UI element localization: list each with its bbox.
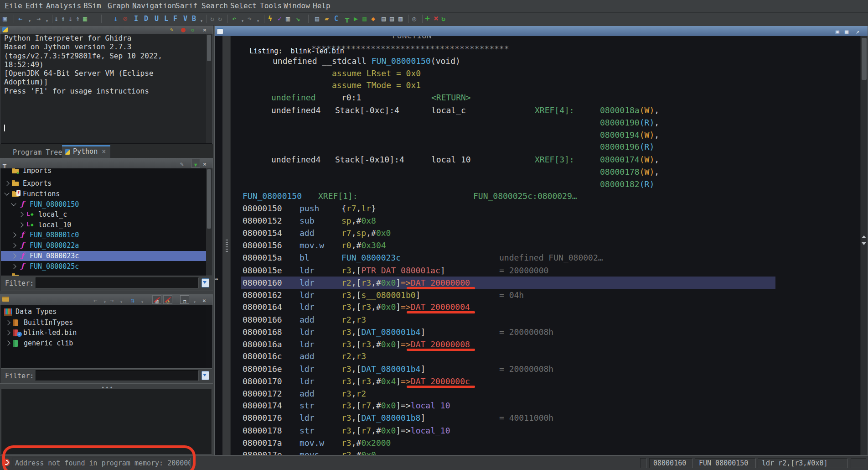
listing-line[interactable]: 08000154addr7,sp,#0x0 bbox=[215, 227, 868, 239]
clone-window-icon[interactable]: ▣ bbox=[836, 27, 839, 37]
scroll-down-marker-icon[interactable] bbox=[862, 242, 866, 245]
menu-graph[interactable]: Graph bbox=[108, 1, 129, 10]
listing-line[interactable]: 0800017amov.wr3,#0x2000 bbox=[215, 437, 868, 449]
menu-help[interactable]: Help bbox=[313, 1, 331, 10]
listing-line[interactable]: 08000194(W), bbox=[215, 129, 868, 141]
tree-item-data types[interactable]: Data Types bbox=[1, 307, 206, 317]
listing-line[interactable]: 08000176ldrr3,[DAT_080001b8]= 40011000h bbox=[215, 412, 868, 424]
patch-diamond-icon[interactable]: ◆ bbox=[371, 14, 375, 24]
listing-line[interactable]: 08000152subsp,#0x8 bbox=[215, 214, 868, 227]
listing-line[interactable]: 08000190(R), bbox=[215, 116, 868, 129]
tree-item-fun_0800023c[interactable]: ƒFUN_0800023c bbox=[1, 251, 206, 261]
structure-icon[interactable]: ▥ bbox=[398, 14, 403, 24]
reload2-icon[interactable]: ↻ bbox=[218, 14, 222, 24]
menu-sarif[interactable]: Sarif bbox=[176, 1, 197, 10]
preview-window-icon[interactable]: ❐ bbox=[180, 295, 189, 304]
back-dropdown-icon[interactable]: ▾ bbox=[28, 16, 31, 26]
tree-item-fun_0800025c[interactable]: ƒFUN_0800025c bbox=[1, 261, 206, 272]
listing-line[interactable]: 0800016aldrr3,[r3,#0x0]=>DAT_20000008 bbox=[215, 338, 868, 350]
filter-options-icon[interactable] bbox=[202, 371, 209, 380]
delete-icon[interactable]: × bbox=[434, 14, 439, 23]
tree-item-imports[interactable]: ↘Imports bbox=[1, 168, 206, 176]
menu-window[interactable]: Window bbox=[284, 1, 310, 10]
tab-python[interactable]: Python × bbox=[62, 145, 110, 158]
conflict-mode-icon[interactable]: ▥ bbox=[152, 295, 161, 304]
listing-line[interactable]: 08000196(R) bbox=[215, 141, 868, 153]
undo-dropdown-icon[interactable]: ▾ bbox=[241, 16, 244, 26]
calltree-icon[interactable]: ╥ bbox=[345, 14, 349, 24]
dtm-filter-input[interactable] bbox=[36, 370, 199, 381]
memory-up2-icon[interactable]: ⇑ bbox=[76, 14, 80, 24]
listing-line[interactable]: 08000164ldrr3,[r3,#0x0]=>DAT_20000004 bbox=[215, 301, 868, 313]
menu-tools[interactable]: Tools bbox=[260, 1, 282, 10]
interpreter-scrollbar[interactable] bbox=[206, 34, 212, 143]
chevron-collapsed-icon[interactable] bbox=[5, 340, 10, 345]
letter-i-icon[interactable]: I bbox=[134, 14, 138, 24]
listing-line[interactable]: 08000174strr3,[r7,#0x0]=>local_10 bbox=[215, 399, 868, 412]
close-icon[interactable]: × bbox=[203, 159, 207, 169]
back-icon[interactable]: ← bbox=[93, 295, 97, 305]
listing-line[interactable]: 08000178strr3,[r7,#0x0]=>local_10 bbox=[215, 424, 868, 437]
table-icon[interactable]: ▤ bbox=[382, 14, 386, 24]
listing-line[interactable]: assume LRset = 0x0 bbox=[215, 67, 868, 79]
memory-snapshot-icon[interactable]: ▦ bbox=[83, 14, 87, 24]
listing-line[interactable]: 08000150push{r7,lr} bbox=[215, 202, 868, 214]
search-memory-icon[interactable]: ◎ bbox=[412, 14, 416, 24]
chevron-collapsed-icon[interactable] bbox=[11, 232, 16, 237]
menu-select[interactable]: Select bbox=[230, 1, 257, 10]
listing-line[interactable]: 0800015ablFUN_0800023cundefined FUN_0800… bbox=[215, 251, 868, 264]
sort-icon[interactable]: ⇅ bbox=[131, 295, 134, 305]
listing-line[interactable]: 0800016eldrr3,[DAT_080001b4]= 20000008h bbox=[215, 363, 868, 375]
chevron-expanded-icon[interactable] bbox=[4, 190, 9, 195]
menu-navigation[interactable]: Navigation bbox=[132, 1, 176, 10]
redo-dropdown-icon[interactable]: ▾ bbox=[257, 16, 259, 26]
listing-line[interactable]: 08000156mov.wr0,#0x304 bbox=[215, 239, 868, 251]
letter-v-icon[interactable]: V bbox=[183, 14, 187, 24]
letter-l-icon[interactable]: L bbox=[164, 14, 168, 24]
chevron-collapsed-icon[interactable] bbox=[18, 222, 23, 227]
filter-options-icon[interactable] bbox=[202, 278, 209, 287]
tree-item-fun_080001c0[interactable]: ƒFUN_080001c0 bbox=[1, 230, 206, 240]
tab-close-icon[interactable]: × bbox=[102, 147, 106, 156]
chevron-collapsed-icon[interactable] bbox=[4, 181, 9, 186]
chevron-collapsed-icon[interactable] bbox=[5, 320, 10, 325]
listing-line[interactable]: 0800017emovsr2,#0x0 bbox=[215, 449, 868, 455]
reload-icon[interactable]: ↻ bbox=[210, 14, 214, 24]
close-icon[interactable]: × bbox=[203, 26, 207, 34]
menu-search[interactable]: Search bbox=[202, 1, 228, 10]
clear-code-icon[interactable]: ⊘ bbox=[123, 14, 127, 24]
dtm-tree[interactable]: Data TypesBuiltInTypes✓blink-led.bingene… bbox=[1, 305, 206, 368]
tree-item-builtintypes[interactable]: BuiltInTypes bbox=[1, 318, 206, 328]
binary-icon[interactable]: ▥ bbox=[286, 14, 290, 24]
listing-line[interactable]: assume TMode = 0x1 bbox=[215, 79, 868, 91]
listing-scrollbar-thumb[interactable] bbox=[862, 38, 867, 80]
tree-item-blink-led.bin[interactable]: ✓blink-led.bin bbox=[1, 328, 206, 338]
memory-chip-icon[interactable]: ▦ bbox=[362, 14, 367, 24]
disassemble-icon[interactable]: ↓ bbox=[114, 14, 118, 24]
menu-edit[interactable]: Edit bbox=[26, 1, 43, 10]
chevron-collapsed-icon[interactable] bbox=[18, 212, 23, 217]
add-icon[interactable]: + bbox=[425, 14, 430, 23]
tree-item-local_c[interactable]: L◆local_c bbox=[1, 209, 206, 219]
validate-icon[interactable]: ✓ bbox=[278, 14, 282, 24]
analyze-icon[interactable]: ϟ bbox=[268, 14, 272, 24]
chevron-collapsed-icon[interactable] bbox=[11, 253, 16, 258]
chevron-collapsed-icon[interactable] bbox=[11, 264, 16, 269]
listing-line[interactable]: undefined4Stack[-0xc]:4local_cXREF[4]:08… bbox=[215, 104, 868, 116]
close-icon[interactable]: × bbox=[202, 296, 206, 306]
scroll-up-marker-icon[interactable] bbox=[862, 235, 866, 238]
forward-icon[interactable]: → bbox=[36, 14, 41, 24]
chevron-collapsed-icon[interactable] bbox=[11, 243, 16, 248]
tab-program-trees[interactable]: Program Trees × bbox=[5, 147, 59, 158]
listing-line[interactable]: 08000160ldrr2,[r3,#0x0]=>DAT_20000000 bbox=[215, 277, 868, 289]
listing-line[interactable]: 08000162ldrr3,[s__080001b0]= 04h bbox=[215, 289, 868, 301]
snapshot-icon[interactable]: ▦ bbox=[845, 27, 848, 37]
listing-scrollbar[interactable] bbox=[860, 36, 868, 455]
memory-up-icon[interactable]: ⇑ bbox=[61, 14, 65, 24]
tree-item-local_10[interactable]: L◆local_10 bbox=[1, 220, 206, 230]
listing-line[interactable]: FUN_08000150XREF[1]:FUN_0800025c:0800029… bbox=[215, 190, 868, 202]
tree-item-generic_clib[interactable]: generic_clib bbox=[1, 338, 206, 348]
menu-file[interactable]: File bbox=[5, 1, 22, 10]
tree-item-fun_0800022a[interactable]: ƒFUN_0800022a bbox=[1, 240, 206, 251]
refresh-icon[interactable]: ↻ bbox=[441, 14, 445, 24]
